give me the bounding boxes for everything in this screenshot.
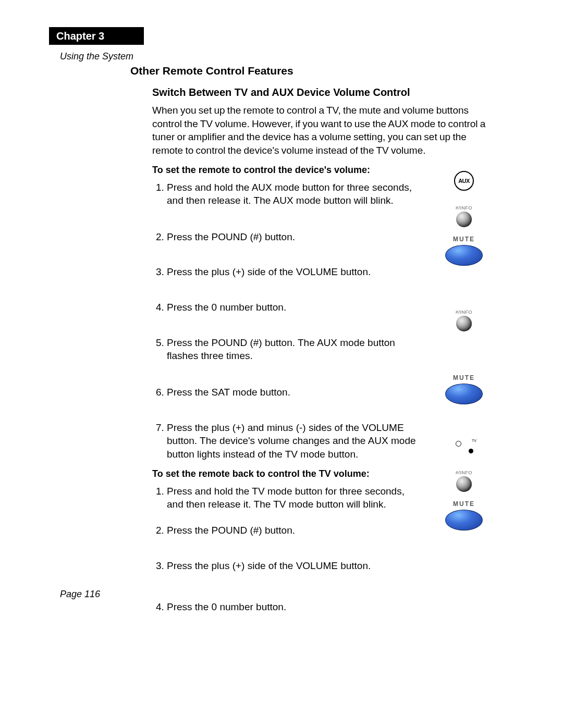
chapter-label: Chapter 3 — [56, 30, 104, 42]
mute-button-graphic — [445, 510, 483, 530]
mute-label: MUTE — [453, 374, 475, 381]
globe-icon — [456, 316, 472, 331]
tv-icon: TV — [443, 439, 485, 454]
heading-2: Switch Between TV and AUX Device Volume … — [152, 87, 495, 98]
pound-icon-3: #/INFO — [443, 470, 485, 492]
chapter-tab: Chapter 3 — [49, 27, 144, 45]
mute-icon-2: MUTE — [443, 374, 485, 404]
aux-badge: AUX — [454, 171, 474, 191]
mute-button-graphic — [445, 245, 483, 266]
pound-label: #/INFO — [456, 310, 472, 315]
mute-label: MUTE — [453, 500, 475, 508]
step-item: Press the plus (+) side of the VOLUME bu… — [167, 265, 495, 279]
section-label: Using the System — [60, 51, 133, 62]
step-item: Press the plus (+) side of the VOLUME bu… — [167, 559, 495, 573]
mute-label: MUTE — [453, 236, 475, 243]
mute-icon-3: MUTE — [443, 500, 485, 530]
intro-paragraph: When you set up the remote to control a … — [152, 104, 495, 157]
mute-icon: MUTE — [443, 236, 485, 266]
page-number: Page 116 — [60, 589, 100, 600]
pound-label: #/INFO — [456, 205, 472, 211]
pound-icon-2: #/INFO — [443, 310, 485, 331]
mute-button-graphic — [445, 384, 483, 404]
pound-label: #/INFO — [456, 470, 472, 475]
step-item: Press the 0 number button. — [167, 600, 495, 614]
content-column: Other Remote Control Features Switch Bet… — [130, 65, 495, 636]
aux-icon: AUX — [443, 171, 485, 191]
globe-icon — [456, 476, 472, 492]
heading-1: Other Remote Control Features — [130, 65, 495, 77]
globe-icon — [456, 212, 472, 227]
manual-page: Chapter 3 Using the System Other Remote … — [0, 0, 563, 728]
tv-label: TV — [472, 439, 476, 442]
step-item: Press the POUND (#) button. The AUX mode… — [167, 336, 495, 363]
pound-icon: #/INFO — [443, 205, 485, 227]
